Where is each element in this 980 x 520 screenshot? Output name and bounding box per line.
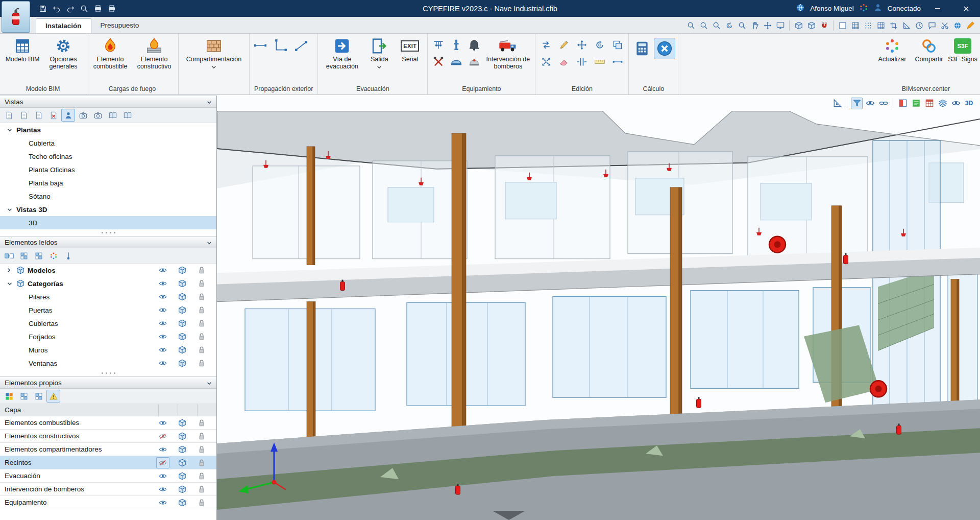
crop-icon[interactable] <box>888 19 899 31</box>
visibility-toggle[interactable] <box>153 333 173 341</box>
sprinkler-branch-icon[interactable] <box>430 37 447 53</box>
capture-view-icon[interactable] <box>76 109 90 122</box>
tree-item-planta-oficinas[interactable]: Planta Oficinas <box>0 163 216 176</box>
tree-item-planta-baja[interactable]: Planta baja <box>0 176 216 190</box>
tree-item-categorias[interactable]: Categorías <box>0 277 216 290</box>
collapse-chevron-icon[interactable] <box>207 98 212 106</box>
snap-magnet-icon[interactable] <box>818 19 830 31</box>
copy-icon[interactable] <box>609 37 626 53</box>
layer-row-elementos-constructivos[interactable]: Elementos constructivos <box>0 430 216 443</box>
compartimentacion-button[interactable]: Compartimentación <box>181 35 247 70</box>
data-table-icon[interactable] <box>923 98 935 109</box>
fire-alarm-bell-icon[interactable] <box>466 37 482 53</box>
print-button[interactable] <box>91 2 105 15</box>
report-2-icon[interactable] <box>120 109 134 122</box>
tree-item-puertas[interactable]: Puertas <box>0 303 216 317</box>
smoke-detector-icon[interactable] <box>448 54 464 69</box>
layer-colors-icon[interactable] <box>2 390 16 403</box>
visibility-toggle[interactable] <box>153 359 173 367</box>
via-de-evacuacion-button[interactable]: Vía de evacuación <box>321 35 363 70</box>
tree-item-modelos[interactable]: Modelos <box>0 264 216 277</box>
visibility-toggle[interactable] <box>153 306 173 314</box>
tile-views-icon[interactable] <box>17 249 31 262</box>
app-menu-button[interactable] <box>2 1 30 33</box>
visibility-toggle[interactable] <box>153 266 173 274</box>
solid-toggle[interactable] <box>173 459 192 467</box>
tree-item-cubierta[interactable]: Cubierta <box>0 136 216 150</box>
show-hide-icon[interactable] <box>950 98 962 109</box>
lock-toggle[interactable] <box>192 445 211 454</box>
current-view-icon[interactable] <box>61 109 75 122</box>
tree-item-cubiertas[interactable]: Cubiertas <box>0 317 216 330</box>
solid-toggle[interactable] <box>173 279 192 288</box>
elemento-combustible-button[interactable]: Elemento combustible <box>89 35 132 70</box>
visibility-toggle-off[interactable] <box>153 432 173 440</box>
lock-toggle[interactable] <box>192 459 211 467</box>
visibility-toggle[interactable] <box>153 319 173 327</box>
section-box-icon[interactable] <box>897 98 909 109</box>
tree-item-sotano[interactable]: Sótano <box>0 190 216 203</box>
keyboard-entry-icon[interactable] <box>875 19 887 31</box>
solid-toggle[interactable] <box>173 419 192 427</box>
lock-toggle[interactable] <box>192 472 211 480</box>
close-button[interactable] <box>954 0 978 17</box>
panel-splitter[interactable] <box>0 229 216 236</box>
new-view-icon[interactable] <box>2 109 16 122</box>
snap-points-icon[interactable] <box>862 19 874 31</box>
angle-icon[interactable] <box>900 19 912 31</box>
sync-models-icon[interactable] <box>46 249 60 262</box>
divide-icon[interactable] <box>574 54 590 69</box>
lock-toggle[interactable] <box>192 333 211 341</box>
report-icon[interactable] <box>106 109 119 122</box>
chevron-right-icon[interactable] <box>7 268 16 273</box>
senal-button[interactable]: EXIT Señal <box>395 35 425 63</box>
save-button[interactable] <box>36 2 50 15</box>
lock-toggle[interactable] <box>192 499 211 507</box>
wireframe-mode-icon[interactable] <box>793 19 804 31</box>
visibility-eye-icon[interactable] <box>864 98 876 109</box>
tab-presupuesto[interactable]: Presupuesto <box>91 18 149 33</box>
visibility-toggle[interactable] <box>153 485 173 493</box>
orbit-icon[interactable] <box>762 19 773 31</box>
chevron-down-icon[interactable] <box>7 282 16 286</box>
warnings-icon[interactable] <box>46 390 60 403</box>
fachada-line-icon[interactable] <box>252 38 268 53</box>
modelo-bim-button[interactable]: Modelo BIM <box>3 35 42 63</box>
set-square-icon[interactable] <box>831 98 843 109</box>
lock-toggle[interactable] <box>192 279 211 288</box>
visibility-toggle[interactable] <box>153 293 173 301</box>
solid-toggle[interactable] <box>173 346 192 354</box>
comment-icon[interactable] <box>926 19 938 31</box>
solid-toggle[interactable] <box>173 485 192 493</box>
opciones-generales-button[interactable]: Opciones generales <box>43 35 83 70</box>
update-clock-icon[interactable] <box>913 19 925 31</box>
calculate-sphere-icon[interactable] <box>654 38 675 59</box>
3d-scene[interactable] <box>217 111 980 520</box>
export-view-icon[interactable] <box>774 19 786 31</box>
solid-toggle[interactable] <box>173 359 192 367</box>
measure-icon[interactable] <box>592 54 608 69</box>
layers-icon[interactable] <box>937 98 948 109</box>
tree-item-ventanas[interactable]: Ventanas <box>0 357 216 370</box>
lock-toggle[interactable] <box>192 293 211 301</box>
edit-view-icon[interactable] <box>17 109 31 122</box>
tree-item-3d[interactable]: 3D <box>0 216 216 229</box>
solid-toggle[interactable] <box>173 499 192 507</box>
print-settings-button[interactable] <box>105 2 118 15</box>
link-chain-icon[interactable] <box>877 98 889 109</box>
lock-toggle[interactable] <box>192 419 211 427</box>
grid-icon[interactable] <box>849 19 861 31</box>
visibility-toggle[interactable] <box>153 499 173 507</box>
lock-toggle[interactable] <box>192 306 211 314</box>
hose-nozzle-icon[interactable] <box>430 54 447 69</box>
actualizar-button[interactable]: Actualizar <box>874 35 910 63</box>
layer-row-recintos[interactable]: Recintos <box>0 456 216 469</box>
tile-layers-2-icon[interactable] <box>32 390 45 403</box>
tile-views-2-icon[interactable] <box>32 249 45 262</box>
solid-toggle[interactable] <box>173 445 192 454</box>
intervencion-bomberos-button[interactable]: Intervención de bomberos <box>483 35 532 70</box>
tree-item-techo-oficinas[interactable]: Techo oficinas <box>0 150 216 163</box>
cubierta-line-icon[interactable] <box>293 38 309 53</box>
edit-pen-icon[interactable] <box>964 19 976 31</box>
tree-item-vistas-3d[interactable]: Vistas 3D <box>0 203 216 216</box>
